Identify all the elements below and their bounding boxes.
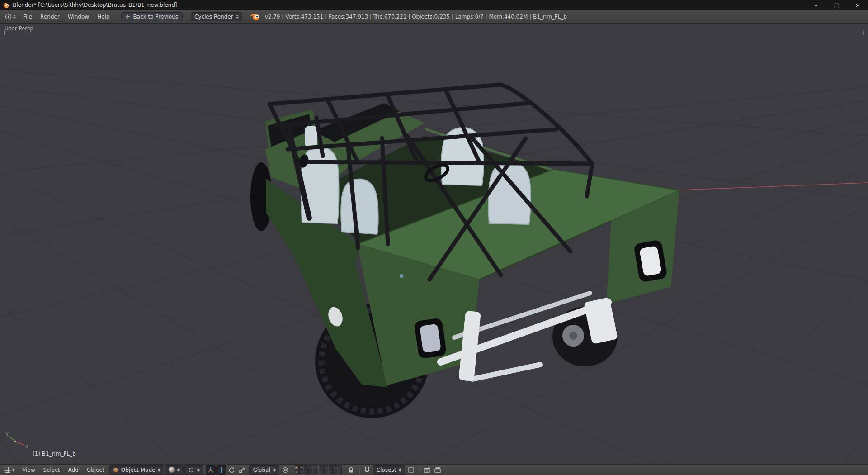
minimize-button[interactable]: –: [806, 0, 826, 10]
info-menus: File Render Window Help: [19, 12, 114, 21]
orientation-select[interactable]: Global: [249, 466, 279, 475]
layer-cell[interactable]: [304, 466, 308, 470]
blender-logo-icon: [250, 13, 260, 21]
menu-select[interactable]: Select: [39, 466, 64, 475]
menu-file[interactable]: File: [19, 12, 36, 21]
snap-target-button[interactable]: [406, 466, 416, 475]
layer-cell[interactable]: [308, 470, 312, 474]
object-origin-dot: [400, 274, 403, 278]
magnet-icon: [364, 467, 370, 473]
render-engine-select[interactable]: Cycles Render: [191, 12, 242, 21]
manipulator-toggle-button[interactable]: [206, 466, 216, 475]
expand-toolshelf-button[interactable]: +: [1, 30, 7, 36]
layer-cell[interactable]: [299, 466, 303, 470]
dropdown-arrows-icon: [236, 15, 239, 19]
layer-cell[interactable]: [295, 466, 299, 470]
svg-text:y: y: [6, 432, 9, 436]
layer-cell[interactable]: [329, 466, 333, 470]
opengl-render-anim-button[interactable]: [433, 466, 443, 475]
view-label: User Persp: [5, 25, 33, 32]
layer-cell[interactable]: [333, 466, 337, 470]
close-button[interactable]: ×: [847, 0, 868, 10]
menu-window[interactable]: Window: [64, 12, 93, 21]
orientation-value: Global: [253, 467, 270, 473]
layer-group-2: [320, 466, 342, 474]
layer-cell[interactable]: [320, 466, 324, 470]
menu-add[interactable]: Add: [64, 466, 83, 475]
shading-select[interactable]: [165, 466, 184, 475]
layer-cell[interactable]: [308, 466, 312, 470]
title-bar: Blender* [C:\Users\Sithhy\Desktop\Brutus…: [0, 0, 868, 10]
info-header-bar: File Render Window Help Back to Previous…: [0, 10, 868, 24]
menu-render[interactable]: Render: [36, 12, 64, 21]
lock-icon: [348, 467, 354, 473]
snap-mode-select[interactable]: Closest: [373, 466, 406, 475]
axis-gizmo: x y: [5, 432, 30, 453]
layer-group-1: [295, 466, 317, 474]
svg-text:x: x: [25, 444, 28, 449]
dropdown-arrows-icon: [273, 468, 276, 472]
viewport-3d[interactable]: User Persp + + x y (1) B1_rim_FL_b: [0, 24, 868, 464]
layer-cell[interactable]: [313, 470, 317, 474]
blender-app-icon: [3, 2, 9, 9]
scale-manipulator-button[interactable]: [237, 466, 247, 475]
scale-icon: [239, 467, 245, 473]
viewport-menus: View Select Add Object: [18, 466, 108, 475]
dropdown-arrows-icon: [12, 468, 15, 472]
object-mode-icon: [113, 467, 118, 473]
scene-stats: v2.79 | Verts:473,151 | Faces:347,913 | …: [265, 14, 567, 20]
rotate-arc-icon: [228, 467, 235, 473]
layer-cell[interactable]: [313, 466, 317, 470]
opengl-render-button[interactable]: [422, 466, 432, 475]
window-controls: – □ ×: [806, 0, 868, 10]
snap-target-icon: [408, 467, 414, 473]
layer-cell[interactable]: [338, 466, 342, 470]
snap-toggle-button[interactable]: [362, 466, 372, 475]
dropdown-arrows-icon: [13, 15, 16, 19]
rotate-manipulator-button[interactable]: [226, 466, 236, 475]
menu-object[interactable]: Object: [83, 466, 108, 475]
proportional-edit-icon: [282, 467, 288, 473]
layer-cell[interactable]: [304, 470, 308, 474]
layer-cell[interactable]: [329, 470, 333, 474]
manipulator-group: [206, 466, 247, 475]
layer-cell[interactable]: [299, 470, 303, 474]
back-to-previous-button[interactable]: Back to Previous: [121, 12, 183, 21]
layer-cell[interactable]: [324, 466, 328, 470]
menu-view[interactable]: View: [18, 466, 39, 475]
mode-value: Object Mode: [121, 467, 156, 473]
viewport-canvas[interactable]: [0, 24, 868, 464]
back-button-label: Back to Previous: [133, 14, 179, 20]
divider: [359, 466, 359, 474]
render-engine-value: Cycles Render: [194, 14, 233, 20]
proportional-edit-button[interactable]: [280, 466, 290, 475]
menu-help[interactable]: Help: [93, 12, 113, 21]
translate-manipulator-button[interactable]: [216, 466, 226, 475]
back-arrow-icon: [126, 14, 131, 19]
x-axis-indicator: [15, 442, 24, 445]
camera-icon: [424, 467, 430, 473]
scene-lock-button[interactable]: [346, 466, 356, 475]
layer-cell[interactable]: [333, 470, 337, 474]
active-object-label: (1) B1_rim_FL_b: [33, 451, 76, 457]
layer-cell[interactable]: [324, 470, 328, 474]
maximize-button[interactable]: □: [826, 0, 847, 10]
layer-cell[interactable]: [338, 470, 342, 474]
mode-select[interactable]: Object Mode: [109, 466, 165, 475]
editor-type-button-info[interactable]: [3, 12, 18, 21]
snap-mode-value: Closest: [377, 467, 396, 473]
expand-properties-button[interactable]: +: [860, 30, 866, 36]
editor-type-button-viewport[interactable]: [2, 466, 17, 475]
info-editor-icon: [5, 13, 12, 20]
layer-cell[interactable]: [320, 470, 324, 474]
window-title: Blender* [C:\Users\Sithhy\Desktop\Brutus…: [13, 2, 177, 8]
dropdown-arrows-icon: [197, 468, 200, 472]
vehicle-model[interactable]: [250, 85, 679, 418]
shading-sphere-icon: [169, 467, 175, 473]
layer-cell[interactable]: [295, 470, 299, 474]
pivot-select[interactable]: [184, 466, 203, 475]
layers-widget: [295, 466, 342, 474]
tail-light-left: [414, 318, 447, 359]
clapper-icon: [434, 467, 441, 473]
blender-window: Blender* [C:\Users\Sithhy\Desktop\Brutus…: [0, 0, 868, 475]
